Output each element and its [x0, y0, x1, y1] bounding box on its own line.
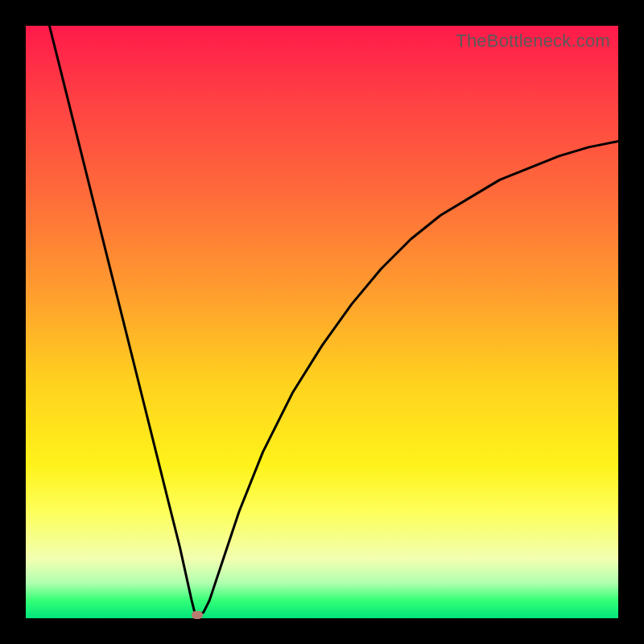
attribution-label: TheBottleneck.com — [456, 31, 610, 52]
plot-area: TheBottleneck.com — [26, 26, 618, 618]
chart-frame: TheBottleneck.com — [0, 0, 644, 644]
bottleneck-curve — [26, 26, 618, 618]
optimum-marker — [192, 611, 203, 619]
